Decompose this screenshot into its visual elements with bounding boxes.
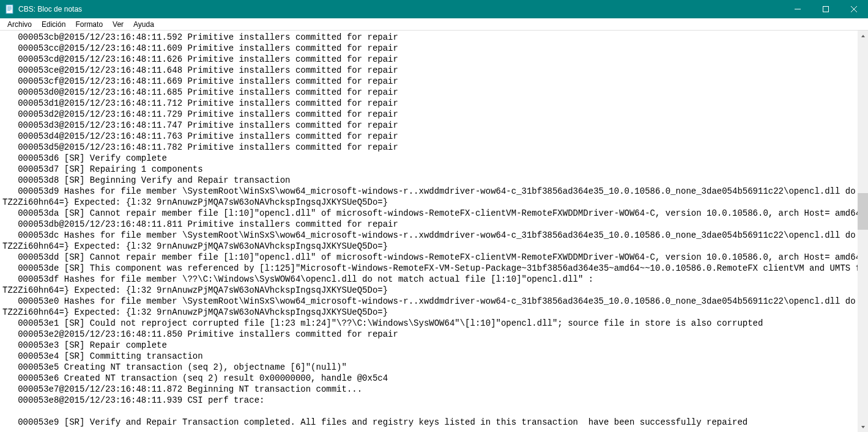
vertical-scrollbar[interactable] [858,31,868,432]
text-content[interactable]: 000053cb@2015/12/23:16:48:11.592 Primiti… [0,31,858,432]
menu-edicion[interactable]: Edición [37,19,70,30]
notepad-icon [5,4,15,14]
close-button[interactable] [840,0,868,18]
scroll-track[interactable] [858,41,868,422]
scroll-down-button[interactable] [858,422,868,432]
menu-bar: Archivo Edición Formato Ver Ayuda [0,18,868,31]
svg-marker-9 [861,35,865,37]
title-bar: CBS: Bloc de notas [0,0,868,18]
svg-rect-6 [823,7,829,12]
maximize-button[interactable] [812,0,840,18]
menu-ver[interactable]: Ver [108,19,128,30]
editor-area: 000053cb@2015/12/23:16:48:11.592 Primiti… [0,31,868,432]
svg-marker-10 [861,426,865,428]
scroll-thumb[interactable] [858,193,868,230]
menu-formato[interactable]: Formato [70,19,108,30]
menu-ayuda[interactable]: Ayuda [128,19,159,30]
window-controls [784,0,868,18]
menu-archivo[interactable]: Archivo [2,19,37,30]
minimize-button[interactable] [784,0,812,18]
scroll-up-button[interactable] [858,31,868,41]
window-title: CBS: Bloc de notas [18,5,784,13]
